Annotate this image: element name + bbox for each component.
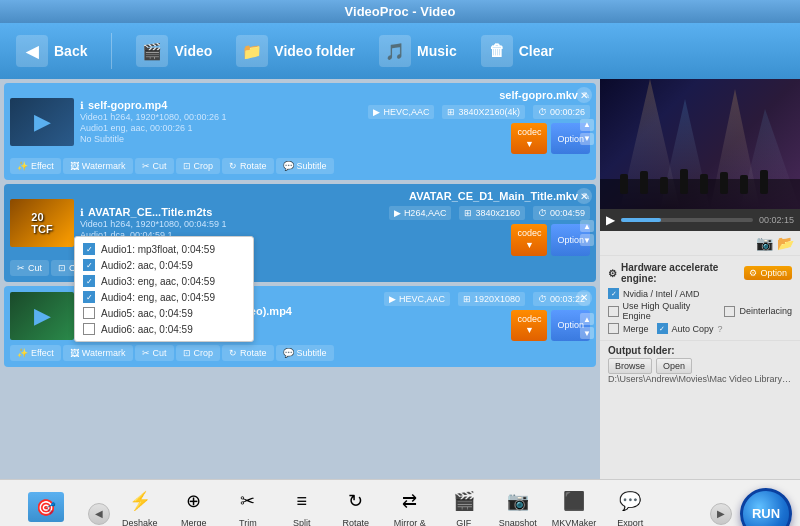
- deshake-label: Deshake: [122, 518, 158, 526]
- open-button[interactable]: Open: [656, 358, 692, 374]
- effect-btn-1[interactable]: ✨ Effect: [10, 158, 61, 174]
- export-subtitle-icon: 💬: [614, 487, 646, 515]
- video-folder-button[interactable]: 📁 Video folder: [236, 35, 355, 67]
- bottom-toolbar: 🎯 Target Format ◀ ⚡ Deshake ⊕ Merge ✂ Tr…: [0, 479, 800, 526]
- split-icon: ≡: [286, 487, 318, 515]
- merge-check-item[interactable]: Merge: [608, 323, 649, 334]
- scroll-down-1[interactable]: ▼: [580, 133, 594, 145]
- back-button[interactable]: ◀ Back: [16, 35, 87, 67]
- codec-button-1[interactable]: codec▼: [511, 123, 547, 154]
- merge-label: Merge: [181, 518, 207, 526]
- subtitle-btn-1[interactable]: 💬 Subtitle: [276, 158, 334, 174]
- crop-btn-3[interactable]: ⊡ Crop: [176, 345, 221, 361]
- clear-button[interactable]: 🗑 Clear: [481, 35, 554, 67]
- mkvmaker-label: MKVMaker: [552, 518, 597, 526]
- dropdown-item-5[interactable]: Audio5: aac, 0:04:59: [83, 305, 245, 321]
- output-folder-label: Output folder:: [608, 345, 792, 356]
- snapshot-icon: 📷: [502, 487, 534, 515]
- check-5: [83, 307, 95, 319]
- progress-bar[interactable]: [621, 218, 753, 222]
- bt-nav-right[interactable]: ▶: [710, 503, 732, 525]
- scroll-up-3[interactable]: ▲: [580, 313, 594, 325]
- cut-btn-2[interactable]: ✂ Cut: [10, 260, 49, 276]
- codec-icon-3: ▶: [389, 294, 396, 304]
- bt-rotate[interactable]: ↻ Rotate: [330, 483, 382, 526]
- scroll-up-1[interactable]: ▲: [580, 119, 594, 131]
- subtitle-btn-3[interactable]: 💬 Subtitle: [276, 345, 334, 361]
- thumbnail-1: ▶: [10, 98, 74, 146]
- output-specs-1: ▶ HEVC,AAC ⊞ 3840X2160(4k) ⏱ 00:00:26: [368, 105, 590, 119]
- time-label: 00:02:15: [759, 215, 794, 225]
- bt-trim[interactable]: ✂ Trim: [222, 483, 274, 526]
- output-name-2: AVATAR_CE_D1_Main_Title.mkv: [409, 190, 578, 202]
- music-button[interactable]: 🎵 Music: [379, 35, 457, 67]
- codec-button-3[interactable]: codec▼: [511, 310, 547, 341]
- crop-btn-1[interactable]: ⊡ Crop: [176, 158, 221, 174]
- file-name-row-1: ℹ self-gopro.mp4: [80, 99, 362, 111]
- card-actions-3: ✨ Effect 🖼 Watermark ✂ Cut ⊡ Crop ↻ Rota…: [10, 345, 590, 361]
- rotate-btn-3[interactable]: ↻ Rotate: [222, 345, 274, 361]
- svg-rect-11: [740, 175, 748, 194]
- clock-icon-1: ⏱: [538, 107, 547, 117]
- dropdown-item-6[interactable]: Audio6: aac, 0:04:59: [83, 321, 245, 337]
- bt-mkvmaker[interactable]: ⬛ MKVMaker: [546, 483, 603, 526]
- output-folder: Output folder: Browse Open D:\Users\Andr…: [600, 340, 800, 388]
- bt-deshake[interactable]: ⚡ Deshake: [114, 483, 166, 526]
- autocopy-check-item[interactable]: ✓ Auto Copy ?: [657, 323, 723, 334]
- hw-option-button[interactable]: ⚙ Option: [744, 266, 792, 280]
- scroll-down-3[interactable]: ▼: [580, 327, 594, 339]
- dropdown-item-3[interactable]: ✓ Audio3: eng, aac, 0:04:59: [83, 273, 245, 289]
- rotate-icon: ↻: [340, 487, 372, 515]
- toolbar: ◀ Back 🎬 Video 📁 Video folder 🎵 Music 🗑 …: [0, 23, 800, 79]
- res-icon-1: ⊞: [447, 107, 455, 117]
- rotate-btn-1[interactable]: ↻ Rotate: [222, 158, 274, 174]
- watermark-btn-1[interactable]: 🖼 Watermark: [63, 158, 133, 174]
- target-format[interactable]: 🎯 Target Format: [8, 488, 84, 526]
- question-icon: ?: [718, 324, 723, 334]
- divider1: [111, 33, 112, 69]
- bt-merge[interactable]: ⊕ Merge: [168, 483, 220, 526]
- mirror-label: Mirror &Flip: [394, 518, 426, 526]
- deinterlace-check-item[interactable]: Deinterlacing: [724, 301, 792, 321]
- hardware-section: ⚙ Hardware accelerate engine: ⚙ Option ✓…: [600, 255, 800, 340]
- codec-button-2[interactable]: codec▼: [511, 224, 547, 255]
- effect-btn-3[interactable]: ✨ Effect: [10, 345, 61, 361]
- output-specs-2: ▶ H264,AAC ⊞ 3840x2160 ⏱ 00:04:59: [389, 206, 590, 220]
- bt-split[interactable]: ≡ Split: [276, 483, 328, 526]
- svg-rect-8: [680, 169, 688, 194]
- dropdown-item-2[interactable]: ✓ Audio2: aac, 0:04:59: [83, 257, 245, 273]
- svg-rect-10: [720, 172, 728, 194]
- target-format-icon: 🎯: [28, 492, 64, 522]
- scroll-up-2[interactable]: ▲: [580, 220, 594, 232]
- run-button[interactable]: RUN: [740, 488, 792, 527]
- play-button[interactable]: ▶: [606, 213, 615, 227]
- subtitle-1: No Subtitle: [80, 134, 362, 144]
- watermark-btn-3[interactable]: 🖼 Watermark: [63, 345, 133, 361]
- dropdown-item-4[interactable]: ✓ Audio4: eng, aac, 0:04:59: [83, 289, 245, 305]
- gif-label: GIF: [456, 518, 471, 526]
- quality-check-item[interactable]: Use High Quality Engine: [608, 301, 716, 321]
- svg-rect-6: [640, 171, 648, 194]
- folder-open-icon[interactable]: 📂: [777, 235, 794, 251]
- nvidia-check-item[interactable]: ✓ Nvidia / Intel / AMD: [608, 288, 700, 299]
- bt-snapshot[interactable]: 📷 Snapshot: [492, 483, 544, 526]
- scroll-down-2[interactable]: ▼: [580, 234, 594, 246]
- svg-rect-5: [620, 174, 628, 194]
- dropdown-item-1[interactable]: ✓ Audio1: mp3float, 0:04:59: [83, 241, 245, 257]
- close-button-1[interactable]: ✕: [576, 87, 592, 103]
- file-output-1: self-gopro.mkv ✎ ▶ HEVC,AAC ⊞ 3840X2160(…: [368, 89, 590, 154]
- cut-btn-3[interactable]: ✂ Cut: [135, 345, 174, 361]
- folder-path: D:\Users\Andrew\Movies\Mac Video Library…: [608, 374, 792, 384]
- bt-nav-left[interactable]: ◀: [88, 503, 110, 525]
- bt-export-subtitle[interactable]: 💬 ExportSubtitle: [604, 483, 656, 526]
- bt-mirror[interactable]: ⇄ Mirror &Flip: [384, 483, 436, 526]
- hw-row-3: Merge ✓ Auto Copy ?: [608, 323, 792, 334]
- card-btns-3: codec▼ Option: [511, 310, 590, 341]
- camera-icon[interactable]: 📷: [756, 235, 773, 251]
- bt-gif[interactable]: 🎬 GIF: [438, 483, 490, 526]
- video-button[interactable]: 🎬 Video: [136, 35, 212, 67]
- cut-btn-1[interactable]: ✂ Cut: [135, 158, 174, 174]
- card-btns-2: codec▼ Option: [511, 224, 590, 255]
- close-button-3[interactable]: ✕: [576, 290, 592, 306]
- browse-button[interactable]: Browse: [608, 358, 652, 374]
